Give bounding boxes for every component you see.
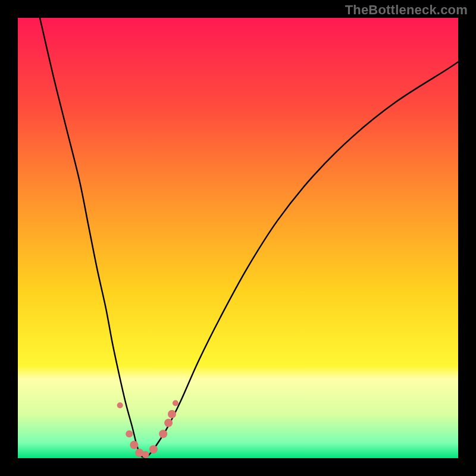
curve-marker [149, 445, 158, 453]
curve-marker [164, 419, 173, 427]
curve-marker [130, 441, 138, 449]
bottleneck-curve [18, 18, 458, 458]
curve-marker [173, 400, 178, 406]
curve-marker [126, 430, 133, 437]
plot-area [18, 18, 458, 458]
curve-marker [159, 430, 167, 438]
curve-marker [168, 410, 176, 418]
chart-frame: TheBottleneck.com [0, 0, 476, 476]
curve-marker [117, 402, 123, 408]
curve-marker [142, 451, 149, 458]
watermark-text: TheBottleneck.com [345, 2, 468, 18]
